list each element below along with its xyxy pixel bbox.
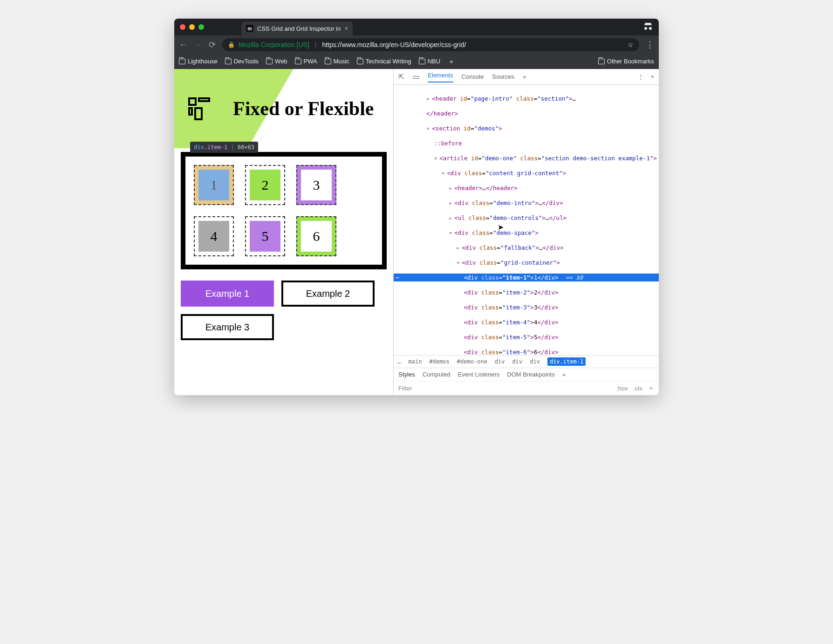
bookmark-item[interactable]: PWA [295,58,317,65]
reload-button[interactable]: ⟳ [209,40,216,50]
example-2-button[interactable]: Example 2 [281,281,375,307]
browser-tab[interactable]: m CSS Grid and Grid Inspector in × [241,21,353,35]
cls-toggle[interactable]: .cls [634,385,643,392]
inspect-icon[interactable]: ⇱ [398,73,404,81]
forward-button[interactable]: → [194,40,202,50]
styles-tabs: Styles Computed Event Listeners DOM Brea… [394,368,659,381]
page-title: Fixed or Flexible [233,97,374,120]
tab-title: CSS Grid and Grid Inspector in [257,25,341,32]
dom-tree[interactable]: ▸<header id="page-intro" class="section"… [394,85,659,355]
close-tab-icon[interactable]: × [344,25,348,32]
grid-item-1[interactable]: 1 [194,165,234,205]
tab-dom-breakpoints[interactable]: DOM Breakpoints [507,371,555,378]
other-bookmarks[interactable]: Other Bookmarks [598,58,654,65]
grid-item-3[interactable]: 3 [296,165,336,205]
grid-item-6[interactable]: 6 [296,216,336,256]
hov-toggle[interactable]: :hov [616,385,628,392]
styles-filter-row: Filter :hov .cls ＋ [394,381,659,395]
example-1-button[interactable]: Example 1 [181,281,274,307]
lock-icon: 🔒 [228,41,235,48]
folder-icon [225,59,232,64]
folder-icon [325,59,331,64]
tab-event-listeners[interactable]: Event Listeners [458,371,500,378]
url-field[interactable]: 🔒 Mozilla Corporation [US] | https://www… [222,38,639,51]
folder-icon [179,59,185,64]
tab-computed[interactable]: Computed [423,371,451,378]
devtools-panel: ⇱ ▭ Elements Console Sources » ⋮ × ▸<hea… [393,69,659,395]
folder-icon [295,59,301,64]
tab-elements[interactable]: Elements [428,72,453,82]
grid-logo-icon [188,96,214,122]
devtools-tabs: ⇱ ▭ Elements Console Sources » ⋮ × [394,69,659,85]
devtools-close-icon[interactable]: × [650,73,654,80]
folder-icon [598,59,605,64]
minimize-window-button[interactable] [189,24,195,30]
bookmarks-overflow[interactable]: » [450,58,453,65]
page-header: Fixed or Flexible [174,69,393,148]
breadcrumb[interactable]: … main #demos #demo-one div div div div.… [394,355,659,368]
bookmark-star-icon[interactable]: ☆ [628,41,634,48]
grid-item-5[interactable]: 5 [245,216,285,256]
page-content: Fixed or Flexible div.item-1 | 60×63 1 2… [174,69,393,395]
bookmark-item[interactable]: DevTools [225,58,259,65]
grid-item-4[interactable]: 4 [194,216,234,256]
devtools-menu-icon[interactable]: ⋮ [638,73,644,80]
styles-tabs-overflow[interactable]: » [562,371,566,378]
browser-window: m CSS Grid and Grid Inspector in × ← → ⟳… [174,19,659,395]
address-bar: ← → ⟳ 🔒 Mozilla Corporation [US] | https… [174,35,659,54]
tab-styles[interactable]: Styles [398,371,415,378]
bookmark-item[interactable]: Web [266,58,287,65]
folder-icon [266,59,273,64]
folder-icon [357,59,363,64]
incognito-icon [643,22,653,33]
maximize-window-button[interactable] [198,24,204,30]
window-controls [180,24,204,30]
bookmark-item[interactable]: Lighthouse [179,58,218,65]
bookmark-item[interactable]: NBU [419,58,440,65]
dom-selected-node[interactable]: <div class="item-1">1</div> == $0 [394,274,659,281]
tabs-overflow[interactable]: » [523,73,526,80]
tab-sources[interactable]: Sources [492,73,514,80]
url-org: Mozilla Corporation [US] [239,41,309,48]
favicon: m [246,25,253,32]
url-text: https://www.mozilla.org/en-US/developer/… [322,41,466,48]
grid-container: 1 2 3 4 5 6 [194,165,374,256]
grid-item-2[interactable]: 2 [245,165,285,205]
close-window-button[interactable] [180,24,185,30]
tab-console[interactable]: Console [462,73,484,80]
browser-menu-icon[interactable]: ⋮ [646,40,654,50]
add-rule-icon[interactable]: ＋ [648,384,654,392]
bookmarks-bar: Lighthouse DevTools Web PWA Music Techni… [174,54,659,69]
titlebar: m CSS Grid and Grid Inspector in × [174,19,659,35]
bookmark-item[interactable]: Music [325,58,349,65]
example-buttons: Example 1 Example 2 Example 3 [181,281,387,340]
filter-input[interactable]: Filter [398,385,412,392]
bookmark-item[interactable]: Technical Writing [357,58,411,65]
example-3-button[interactable]: Example 3 [181,314,274,340]
inspector-tooltip: div.item-1 | 60×63 [190,142,258,153]
grid-demo-frame: div.item-1 | 60×63 1 2 3 4 5 6 [181,152,387,269]
device-toggle-icon[interactable]: ▭ [413,73,419,81]
back-button[interactable]: ← [179,40,187,50]
folder-icon [419,59,425,64]
